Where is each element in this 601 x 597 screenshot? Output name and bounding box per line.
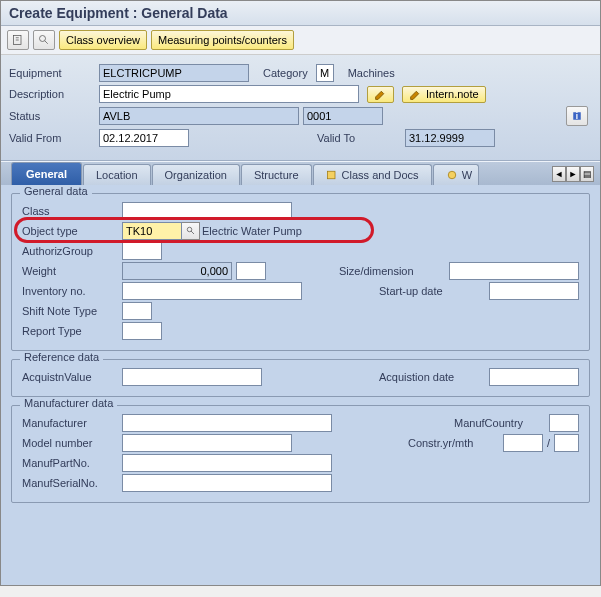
intern-note-button[interactable]: Intern.note [402, 86, 486, 103]
w-tab-icon [446, 169, 458, 181]
manuf-label: Manufacturer [22, 417, 122, 429]
model-label: Model number [22, 437, 122, 449]
manufacturer-data-group: Manufacturer data Manufacturer ManufCoun… [11, 405, 590, 503]
tab-strip: General Location Organization Structure … [1, 161, 600, 185]
measuring-points-button[interactable]: Measuring points/counters [151, 30, 294, 50]
class-input[interactable] [122, 202, 292, 220]
acq-value-input[interactable] [122, 368, 262, 386]
tab-list-button[interactable]: ▤ [580, 166, 594, 182]
svg-point-8 [448, 171, 456, 179]
object-type-text: Electric Water Pump [202, 225, 302, 237]
description-edit-icon[interactable] [367, 86, 394, 103]
weight-input[interactable] [122, 262, 232, 280]
reference-data-legend: Reference data [20, 351, 103, 363]
weight-label: Weight [22, 265, 122, 277]
page-title: Create Equipment : General Data [1, 1, 600, 26]
tab-body: General data Class Object type Electric … [1, 185, 600, 585]
manuf-country-label: ManufCountry [454, 417, 549, 429]
toolbar: Class overview Measuring points/counters [1, 26, 600, 55]
part-label: ManufPartNo. [22, 457, 122, 469]
tab-scroll-left[interactable]: ◄ [552, 166, 566, 182]
toolbar-icon-2[interactable] [33, 30, 55, 50]
general-data-group: General data Class Object type Electric … [11, 193, 590, 351]
report-label: Report Type [22, 325, 122, 337]
acq-date-input[interactable] [489, 368, 579, 386]
description-input[interactable] [99, 85, 359, 103]
authgrp-label: AuthorizGroup [22, 245, 122, 257]
shift-input[interactable] [122, 302, 152, 320]
tab-structure[interactable]: Structure [241, 164, 312, 185]
model-input[interactable] [122, 434, 292, 452]
class-overview-button[interactable]: Class overview [59, 30, 147, 50]
inventory-input[interactable] [122, 282, 302, 300]
startup-label: Start-up date [379, 285, 489, 297]
tab-location[interactable]: Location [83, 164, 151, 185]
tab-scroll-right[interactable]: ► [566, 166, 580, 182]
description-label: Description [9, 88, 99, 100]
part-input[interactable] [122, 454, 332, 472]
intern-note-label: Intern.note [426, 88, 479, 100]
tab-general[interactable]: General [11, 162, 82, 185]
tab-class-and-docs[interactable]: Class and Docs [313, 164, 432, 185]
status-input [99, 107, 299, 125]
constr-sep: / [547, 437, 550, 449]
object-type-input[interactable] [122, 222, 182, 240]
inventory-label: Inventory no. [22, 285, 122, 297]
acq-value-label: AcquistnValue [22, 371, 122, 383]
serial-label: ManufSerialNo. [22, 477, 122, 489]
manuf-input[interactable] [122, 414, 332, 432]
valid-from-label: Valid From [9, 132, 99, 144]
class-label: Class [22, 205, 122, 217]
startup-input[interactable] [489, 282, 579, 300]
constr-yr-input[interactable] [503, 434, 543, 452]
svg-line-4 [45, 41, 48, 44]
weight-unit-input[interactable] [236, 262, 266, 280]
status-code-input [303, 107, 383, 125]
tab-w[interactable]: W [433, 164, 479, 185]
report-input[interactable] [122, 322, 162, 340]
toolbar-icon-1[interactable] [7, 30, 29, 50]
size-input[interactable] [449, 262, 579, 280]
constr-label: Constr.yr/mth [408, 437, 503, 449]
object-type-f4-icon[interactable] [182, 222, 200, 240]
category-label: Category [263, 67, 308, 79]
constr-mth-input[interactable] [554, 434, 579, 452]
reference-data-group: Reference data AcquistnValue Acquistion … [11, 359, 590, 397]
manufacturer-data-legend: Manufacturer data [20, 397, 117, 409]
general-data-legend: General data [20, 185, 92, 197]
valid-from-input[interactable] [99, 129, 189, 147]
status-info-icon[interactable]: i [566, 106, 588, 126]
shift-label: Shift Note Type [22, 305, 122, 317]
equipment-input[interactable] [99, 64, 249, 82]
acq-date-label: Acquistion date [379, 371, 489, 383]
category-input[interactable] [316, 64, 334, 82]
header-area: Equipment Category Machines Description … [1, 55, 600, 161]
svg-line-10 [191, 231, 194, 234]
category-text: Machines [348, 67, 395, 79]
valid-to-label: Valid To [317, 132, 397, 144]
svg-point-3 [40, 36, 46, 42]
status-label: Status [9, 110, 99, 122]
manuf-country-input[interactable] [549, 414, 579, 432]
class-docs-icon [326, 169, 338, 181]
serial-input[interactable] [122, 474, 332, 492]
size-label: Size/dimension [339, 265, 449, 277]
tab-organization[interactable]: Organization [152, 164, 240, 185]
valid-to-input [405, 129, 495, 147]
equipment-label: Equipment [9, 67, 99, 79]
svg-rect-7 [327, 171, 335, 179]
authgrp-input[interactable] [122, 242, 162, 260]
svg-text:i: i [576, 112, 578, 121]
object-type-label: Object type [22, 225, 122, 237]
